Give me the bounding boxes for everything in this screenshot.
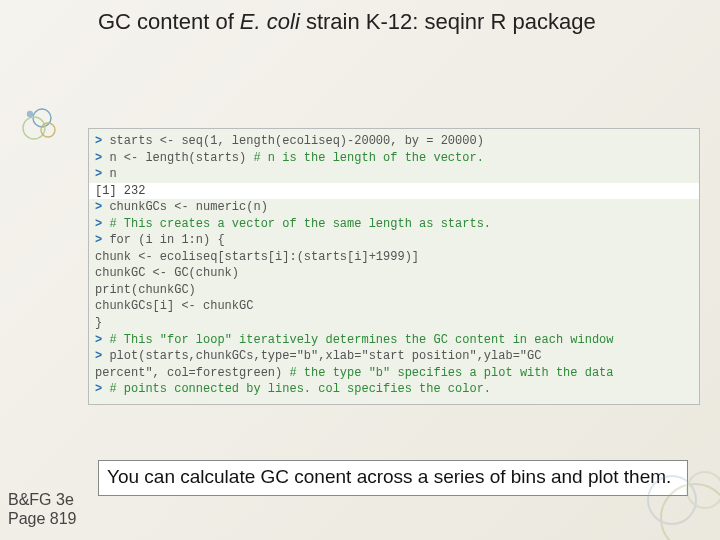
code-line: > # points connected by lines. col speci… <box>95 381 693 398</box>
r-code-block: > starts <- seq(1, length(ecoliseq)-2000… <box>88 128 700 405</box>
footnote-line2: Page 819 <box>8 509 77 528</box>
decorative-rings-icon <box>12 106 82 146</box>
code-line: chunk <- ecoliseq[starts[i]:(starts[i]+1… <box>95 249 693 266</box>
caption-box: You can calculate GC conent across a ser… <box>98 460 688 496</box>
code-line: > plot(starts,chunkGCs,type="b",xlab="st… <box>95 348 693 365</box>
svg-point-3 <box>27 111 33 117</box>
code-line: > chunkGCs <- numeric(n) <box>95 199 693 216</box>
footnote-line1: B&FG 3e <box>8 490 77 509</box>
title-pre: GC content of <box>98 9 240 34</box>
code-output: [1] 232 <box>89 183 699 200</box>
code-line: > for (i in 1:n) { <box>95 232 693 249</box>
code-line: print(chunkGC) <box>95 282 693 299</box>
title-post: strain K-12: seqinr R package <box>300 9 596 34</box>
code-line: > n <box>95 166 693 183</box>
code-line: > # This creates a vector of the same le… <box>95 216 693 233</box>
slide-title: GC content of E. coli strain K-12: seqin… <box>98 8 658 36</box>
corner-rings-icon <box>610 450 720 540</box>
page-reference: B&FG 3e Page 819 <box>8 490 77 528</box>
code-line: > # This "for loop" iteratively determin… <box>95 332 693 349</box>
title-italic: E. coli <box>240 9 300 34</box>
code-line: percent", col=forestgreen) # the type "b… <box>95 365 693 382</box>
code-line: chunkGCs[i] <- chunkGC <box>95 298 693 315</box>
code-line: } <box>95 315 693 332</box>
svg-point-4 <box>661 484 720 540</box>
code-line: > n <- length(starts) # n is the length … <box>95 150 693 167</box>
code-line: > starts <- seq(1, length(ecoliseq)-2000… <box>95 133 693 150</box>
svg-point-0 <box>33 109 51 127</box>
code-line: chunkGC <- GC(chunk) <box>95 265 693 282</box>
